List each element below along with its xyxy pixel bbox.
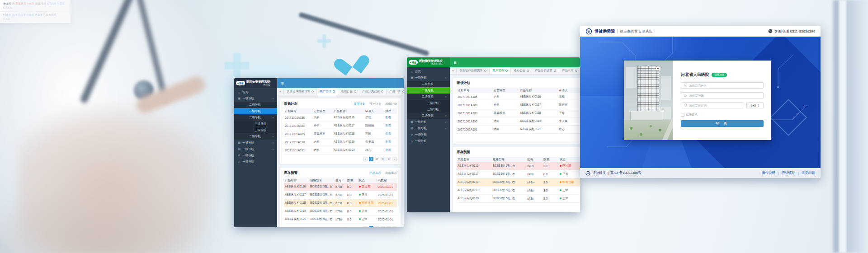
status-badge: 正常: [362, 209, 368, 212]
captcha-challenge[interactable]: 6+8=?: [746, 102, 764, 108]
sidebar-item[interactable]: ▦ 一级导航 ∨: [234, 140, 277, 146]
hamburger-icon[interactable]: ≡: [281, 81, 284, 86]
page-button[interactable]: 2: [375, 157, 379, 161]
tab[interactable]: 产品出库: [559, 67, 580, 74]
hospital-tower: [637, 66, 659, 113]
sidebar-item[interactable]: ▦ 一级导航 ∨: [407, 119, 450, 125]
tab-circle-icon[interactable]: [554, 70, 556, 72]
photo-right-edge-highlight: [839, 0, 846, 253]
tab-circle-icon[interactable]: [381, 90, 383, 93]
lock-icon: [684, 94, 687, 97]
footer-link[interactable]: 操作说明: [762, 171, 775, 175]
page-button[interactable]: 4: [387, 157, 391, 161]
table-header: 产品名称 规格型号 批号 数量 状态 有效期: [457, 157, 580, 162]
tab[interactable]: 通知公告: [511, 67, 532, 74]
sidebar-item[interactable]: 二级导航: [234, 108, 277, 114]
feed-text: 新建项目: [34, 2, 47, 5]
sidebar-item[interactable]: ⌂ 首页: [234, 89, 277, 95]
status-badge: 已过期: [362, 185, 371, 188]
sidebar-item[interactable]: △ 一级导航: [407, 138, 450, 144]
username-input[interactable]: [689, 84, 761, 87]
photo-hand-blur: [18, 104, 222, 253]
stock-type-link[interactable]: 高值库存: [385, 171, 397, 175]
login-header: 博健供需通 供应商供货管理系统 客服电话 0311-83056390: [580, 26, 821, 37]
sidebar-item[interactable]: 二级导航 ∧: [234, 114, 277, 121]
page-button[interactable]: 1: [369, 226, 373, 227]
login-button[interactable]: 登 录: [681, 120, 764, 127]
sidebar-item[interactable]: 二级导航 ∨: [407, 112, 450, 119]
view-link[interactable]: 查看: [384, 140, 396, 144]
tab[interactable]: 用户管理: [317, 88, 338, 95]
requisition-plan-card: 请领计划 领用计划预约计划高值计划 计划单号 订货科室 产品名称 申请人 操: [453, 78, 580, 144]
page-button[interactable]: ‹: [363, 226, 368, 227]
nav-icon: ▦: [410, 120, 414, 124]
nav-icon: ⊘: [410, 133, 414, 136]
tab[interactable]: 产品分类设置: [532, 67, 559, 74]
page-button[interactable]: 2: [375, 226, 379, 227]
view-link[interactable]: 查看: [384, 148, 396, 152]
page-button[interactable]: 3: [381, 226, 385, 227]
page-button[interactable]: 4: [387, 226, 391, 227]
view-link[interactable]: 查看: [384, 132, 396, 136]
sidebar-item[interactable]: ⊘ 一级导航: [407, 131, 450, 138]
status-dot: [359, 194, 361, 196]
tab-circle-icon[interactable]: [527, 70, 529, 72]
page-button[interactable]: ›: [392, 157, 397, 161]
collapse-tabs-icon[interactable]: «: [277, 88, 284, 95]
footer-link[interactable]: 密钥驱动: [782, 171, 795, 175]
stock-type-link[interactable]: 产品库存: [369, 171, 381, 175]
plan-type-link[interactable]: 高值计划: [385, 102, 397, 106]
tab-circle-icon[interactable]: [402, 90, 404, 93]
sidebar-item[interactable]: 三级导航: [234, 121, 277, 127]
pagination: ‹1234›: [457, 205, 580, 210]
plan-type-link[interactable]: 领用计划: [354, 102, 365, 106]
sidebar-item[interactable]: 二级导航 ∨: [234, 133, 277, 140]
tab[interactable]: 用户管理: [490, 67, 511, 74]
sidebar-item[interactable]: ▣ 一级导航 ∧: [407, 75, 450, 81]
table-row: ABS床头柜0119 BCS33型 5孔, 右 o78o 8.0 正常 2025…: [457, 187, 580, 195]
tab-circle-icon[interactable]: [311, 90, 314, 93]
sidebar-item[interactable]: 三级导航: [407, 100, 450, 106]
page-button[interactable]: 3: [381, 157, 385, 161]
tab[interactable]: 产品分类设置: [359, 88, 387, 95]
sidebar-item[interactable]: ▣ 一级导航 ∧: [234, 95, 277, 102]
sidebar-item[interactable]: 三级导航: [407, 106, 450, 112]
sidebar-item[interactable]: ⊘ 一级导航: [234, 152, 277, 159]
sidebar-item[interactable]: 二级导航: [407, 81, 450, 87]
page-button[interactable]: 1: [369, 157, 373, 161]
table-row: 20171001A188 外科 ABS床头柜0117 陈丽丽 查看: [284, 122, 397, 130]
page-button[interactable]: ‹: [363, 157, 368, 161]
feed-text: 5月日常小需求: [47, 2, 65, 5]
sidebar-item[interactable]: ⌂ 首页: [407, 68, 450, 75]
footer-link[interactable]: 常见问题: [802, 171, 815, 175]
footer-icp[interactable]: 冀ICP备13022385号: [610, 171, 641, 175]
sidebar-item[interactable]: 二级导航 ∧: [407, 94, 450, 100]
divider: [617, 29, 618, 33]
tab[interactable]: 资质证件效期预警: [284, 88, 317, 95]
tab[interactable]: 资质证件效期预警: [457, 67, 490, 74]
sidebar-item[interactable]: 三级导航: [234, 127, 277, 133]
tab-circle-icon[interactable]: [575, 70, 577, 72]
tab[interactable]: 通知公告: [338, 88, 359, 95]
password-input[interactable]: [689, 94, 761, 97]
captcha-input[interactable]: [689, 104, 741, 107]
hamburger-icon[interactable]: ≡: [454, 60, 457, 65]
medical-cross-shape: [317, 34, 331, 48]
sidebar-item[interactable]: 二级导航: [407, 87, 450, 94]
plan-type-link[interactable]: 预约计划: [369, 102, 381, 106]
view-link[interactable]: 查看: [384, 124, 396, 128]
sidebar-item[interactable]: △ 一级导航: [234, 159, 277, 165]
tab-circle-icon[interactable]: [333, 90, 335, 93]
remember-checkbox[interactable]: [681, 113, 684, 117]
collapse-tabs-icon[interactable]: «: [450, 67, 457, 74]
stock-table-body: ABS床头柜0116 BCS33型 5孔, 右 o78o 8.0 已过期 202…: [284, 183, 397, 224]
page-button[interactable]: ›: [392, 226, 397, 227]
view-link[interactable]: 查看: [384, 116, 396, 120]
tab-circle-icon[interactable]: [505, 70, 508, 72]
sidebar-item[interactable]: ▤ 一级导航 ∨: [407, 125, 450, 131]
tab-circle-icon[interactable]: [484, 70, 486, 72]
tab[interactable]: 产品出库: [387, 88, 404, 95]
sidebar-item[interactable]: ▤ 一级导航 ∨: [234, 146, 277, 152]
tab-circle-icon[interactable]: [354, 90, 356, 93]
sidebar-item[interactable]: 二级导航: [234, 102, 277, 108]
